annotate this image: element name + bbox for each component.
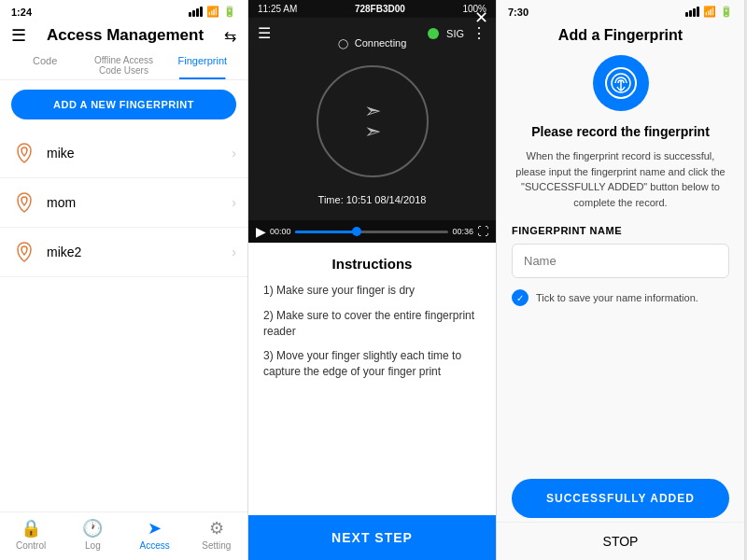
nav-log-label: Log (85, 540, 101, 551)
list-item[interactable]: mom › (0, 178, 247, 228)
send-icon: ➤ (148, 518, 162, 539)
battery-icon-p3: 🔋 (720, 6, 733, 18)
tab-fingerprint[interactable]: Fingerprint (163, 49, 242, 79)
save-name-checkbox[interactable]: ✓ (512, 289, 529, 306)
current-time: 00:00 (270, 227, 291, 236)
signal-icon-p1 (189, 7, 203, 17)
fingerprint-icon-2 (11, 239, 37, 265)
fullscreen-icon[interactable]: ⛶ (477, 225, 488, 238)
camera-view: ➣ ➣ (317, 65, 429, 177)
user-name-0: mike (47, 146, 232, 161)
status-icons-p3: 📶 🔋 (685, 6, 733, 18)
status-bar-p3: 7:30 📶 🔋 (497, 0, 744, 20)
add-fingerprint-button[interactable]: ADD A NEW FINGERPRINT (11, 90, 236, 119)
nav-setting[interactable]: ⚙ Setting (186, 518, 247, 551)
time-overlay: Time: 10:51 08/14/2018 (248, 194, 496, 205)
status-bar-p1: 1:24 📶 🔋 (0, 0, 247, 20)
success-added-button[interactable]: SUCCESSFULLY ADDED (512, 479, 729, 518)
menu-icon[interactable]: ☰ (11, 25, 26, 46)
bottom-nav: 🔒 Control 🕐 Log ➤ Access ⚙ Setting (0, 511, 247, 560)
chevron-icon-1: › (232, 195, 236, 210)
green-indicator (428, 28, 439, 39)
gear-icon: ⚙ (209, 518, 224, 539)
status-time-p3: 7:30 (508, 7, 529, 18)
signal-icon-p3 (685, 7, 699, 17)
close-icon[interactable]: ✕ (474, 7, 488, 28)
list-item[interactable]: mike › (0, 129, 247, 178)
p3-page-title: Add a Fingerprint (497, 20, 744, 55)
chevron-icon-0: › (232, 146, 236, 161)
user-name-1: mom (47, 195, 232, 210)
nav-control-label: Control (16, 540, 46, 551)
check-icon: ✓ (516, 293, 524, 303)
progress-bar[interactable] (295, 231, 449, 233)
nav-access[interactable]: ➤ Access (124, 518, 186, 551)
status-bar-p2: 11:25 AM 728FB3D00 100% (248, 0, 496, 18)
fingerprint-user-list: mike › mom › mike2 › (0, 129, 247, 511)
tab-bar: Code Offline Access Code Users Fingerpri… (0, 49, 247, 80)
video-controls: ▶ 00:00 00:36 ⛶ (248, 220, 496, 243)
nav-control[interactable]: 🔒 Control (0, 518, 62, 551)
instruction-2: 3) Move your finger slightly each time t… (263, 348, 481, 380)
tab-offline-users[interactable]: Offline Access Code Users (84, 49, 162, 79)
p1-header: ☰ Access Management ⇆ (0, 20, 247, 49)
nav-log[interactable]: 🕐 Log (62, 518, 123, 551)
clock-icon: 🕐 (82, 518, 103, 539)
progress-fill (295, 231, 357, 233)
status-time-p1: 1:24 (11, 7, 32, 18)
instruction-1: 2) Make sure to cover the entire fingerp… (263, 308, 481, 340)
panel-instructions: 11:25 AM 728FB3D00 100% ☰ SIG ⋮ ✕ ◯ Conn… (248, 0, 497, 560)
nav-setting-label: Setting (202, 540, 231, 551)
checkbox-label: Tick to save your name information. (536, 292, 698, 303)
description-text: When the fingerprint record is successfu… (512, 148, 729, 210)
fingerprint-name-label: FINGERPRINT NAME (512, 225, 622, 236)
video-top-bar: ☰ SIG ⋮ (248, 21, 496, 46)
fingerprint-icon-large (593, 55, 649, 111)
record-text: Please record the fingerprint (531, 124, 710, 139)
wifi-icon-p1: 📶 (206, 6, 219, 18)
stop-button[interactable]: STOP (497, 522, 744, 560)
camera-arrows: ➣ ➣ (364, 99, 381, 144)
battery-icon-p1: 🔋 (223, 6, 236, 18)
lock-icon: 🔒 (21, 518, 41, 539)
panel-access-management: 1:24 📶 🔋 ☰ Access Management ⇆ Code Offl… (0, 0, 248, 560)
list-item[interactable]: mike2 › (0, 228, 247, 277)
save-name-checkbox-row: ✓ Tick to save your name information. (512, 289, 698, 306)
page-title: Access Management (47, 26, 204, 45)
signal-indicator: SIG (446, 28, 464, 39)
hamburger-icon-p2[interactable]: ☰ (258, 24, 271, 42)
progress-dot (352, 227, 361, 236)
swap-icon[interactable]: ⇆ (224, 27, 236, 45)
status-icons-p1: 📶 🔋 (189, 6, 236, 18)
nav-access-label: Access (140, 540, 170, 551)
next-step-button[interactable]: NEXT STEP (248, 515, 496, 560)
panel-add-fingerprint: 7:30 📶 🔋 Add a Fingerprint (497, 0, 745, 560)
total-time: 00:36 (452, 227, 473, 236)
play-button[interactable]: ▶ (256, 224, 266, 239)
p3-bottom-buttons: SUCCESSFULLY ADDED STOP (497, 471, 744, 560)
tab-code[interactable]: Code (6, 49, 84, 79)
instruction-0: 1) Make sure your finger is dry (263, 283, 481, 299)
fingerprint-icon-0 (11, 140, 37, 166)
chevron-icon-2: › (232, 245, 236, 259)
fingerprint-icon-1 (11, 189, 37, 216)
p3-content: Please record the fingerprint When the f… (497, 55, 744, 325)
instructions-area: Instructions 1) Make sure your finger is… (248, 243, 496, 560)
video-area: 11:25 AM 728FB3D00 100% ☰ SIG ⋮ ✕ ◯ Conn… (248, 0, 496, 243)
device-id: 728FB3D00 (355, 4, 405, 14)
user-name-2: mike2 (47, 245, 232, 259)
instructions-title: Instructions (263, 256, 481, 272)
fingerprint-name-input[interactable] (512, 244, 729, 278)
status-time-p2: 11:25 AM (258, 4, 297, 14)
wifi-icon-p3: 📶 (703, 6, 716, 18)
